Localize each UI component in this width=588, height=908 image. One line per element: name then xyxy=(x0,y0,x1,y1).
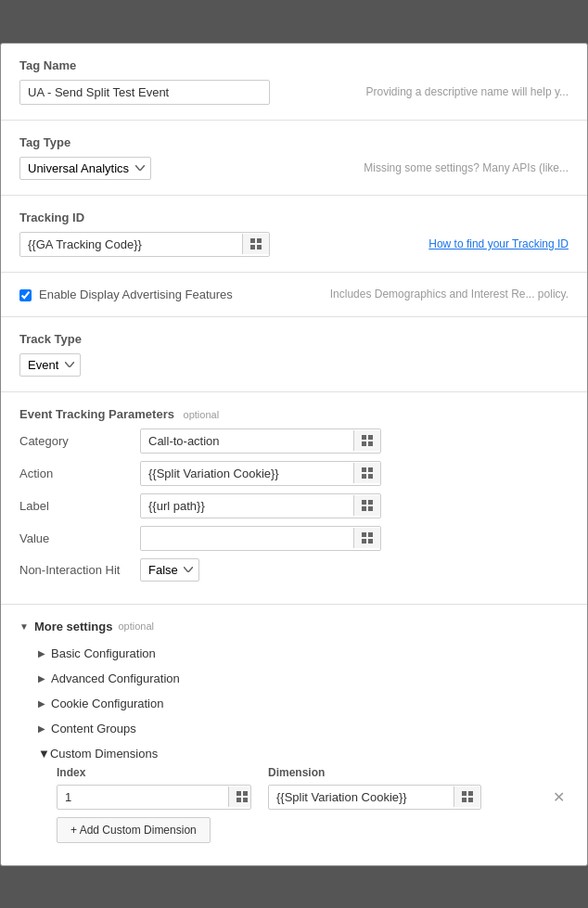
dim-index-input[interactable] xyxy=(58,786,228,809)
more-settings-header[interactable]: ▼ More settings optional xyxy=(19,616,569,637)
display-advertising-hint: Includes Demographics and Interest Re...… xyxy=(240,288,569,301)
content-groups-label: Content Groups xyxy=(51,722,136,735)
basic-config-chevron: ▶ xyxy=(38,648,45,659)
non-interaction-select[interactable]: False xyxy=(140,558,199,582)
event-label-row: Label xyxy=(19,493,569,518)
non-interaction-label: Non-Interaction Hit xyxy=(19,563,140,577)
basic-config-header[interactable]: ▶ Basic Configuration xyxy=(38,641,569,666)
svg-rect-6 xyxy=(362,441,366,446)
svg-rect-17 xyxy=(368,532,373,537)
tag-name-label: Tag Name xyxy=(19,58,569,72)
svg-rect-23 xyxy=(243,798,248,802)
svg-rect-2 xyxy=(250,245,255,249)
value-row: Value xyxy=(19,526,569,551)
action-label: Action xyxy=(19,467,140,480)
action-variable-btn[interactable] xyxy=(353,463,380,483)
svg-rect-0 xyxy=(250,238,255,243)
dim-delete-btn[interactable]: ✕ xyxy=(549,787,569,808)
svg-rect-9 xyxy=(368,467,373,472)
svg-rect-3 xyxy=(257,245,262,249)
event-tracking-label: Event Tracking Parameters optional xyxy=(19,407,569,421)
tracking-id-variable-btn[interactable] xyxy=(242,234,269,254)
action-input[interactable] xyxy=(141,462,353,485)
category-input[interactable] xyxy=(141,429,353,453)
tag-name-hint: Providing a descriptive name will help y… xyxy=(277,85,569,98)
value-label: Value xyxy=(19,531,140,545)
more-settings-label: More settings xyxy=(34,620,113,633)
tag-type-label: Tag Type xyxy=(19,135,569,149)
custom-dimensions-content: Index Dimension xyxy=(38,766,569,850)
track-type-section: Track Type Event xyxy=(1,317,587,392)
label-input[interactable] xyxy=(141,494,353,518)
svg-rect-24 xyxy=(462,791,467,796)
label-variable-btn[interactable] xyxy=(353,495,380,516)
tag-name-input[interactable] xyxy=(19,80,270,105)
svg-rect-15 xyxy=(368,506,373,511)
svg-rect-18 xyxy=(362,539,366,544)
category-row: Category xyxy=(19,428,569,454)
display-advertising-checkbox[interactable] xyxy=(19,289,32,301)
svg-rect-12 xyxy=(362,500,366,505)
dim-dimension-input[interactable] xyxy=(269,786,454,809)
dim-index-variable-btn[interactable] xyxy=(228,787,251,807)
svg-rect-4 xyxy=(362,435,366,440)
svg-rect-14 xyxy=(362,506,366,511)
add-custom-dimension-button[interactable]: + Add Custom Dimension xyxy=(57,817,211,843)
svg-rect-8 xyxy=(362,467,366,472)
tag-type-select[interactable]: Universal Analytics xyxy=(19,157,151,180)
action-row: Action xyxy=(19,461,569,486)
svg-rect-16 xyxy=(362,532,366,537)
svg-rect-20 xyxy=(236,791,241,796)
custom-dimensions-table-header: Index Dimension xyxy=(57,766,569,779)
more-settings-section: ▼ More settings optional ▶ Basic Configu… xyxy=(1,605,587,865)
svg-rect-11 xyxy=(368,474,373,479)
cookie-config-label: Cookie Configuration xyxy=(51,697,163,710)
custom-dimensions-label: Custom Dimensions xyxy=(50,747,158,761)
value-input[interactable] xyxy=(141,527,353,550)
content-groups-chevron: ▶ xyxy=(38,723,45,734)
content-groups-header[interactable]: ▶ Content Groups xyxy=(38,716,569,741)
svg-rect-7 xyxy=(368,441,373,446)
svg-rect-13 xyxy=(368,500,373,505)
value-variable-btn[interactable] xyxy=(353,528,380,548)
advanced-config-chevron: ▶ xyxy=(38,673,45,684)
track-type-label: Track Type xyxy=(19,332,569,346)
category-variable-btn[interactable] xyxy=(353,430,380,451)
custom-dimensions-header[interactable]: ▼ Custom Dimensions xyxy=(38,741,569,766)
custom-dimension-row: ✕ xyxy=(57,785,569,810)
custom-dimensions-chevron: ▼ xyxy=(38,747,50,761)
tracking-id-input[interactable] xyxy=(20,233,242,256)
tracking-id-label: Tracking ID xyxy=(19,211,569,224)
dim-col-index-header: Index xyxy=(57,766,261,779)
cookie-config-chevron: ▶ xyxy=(38,698,45,709)
dim-col-dimension-header: Dimension xyxy=(268,766,569,779)
svg-rect-1 xyxy=(257,238,262,243)
svg-rect-19 xyxy=(368,539,373,544)
custom-dimensions-container: ▼ Custom Dimensions Index Dimension xyxy=(38,741,569,850)
advanced-config-header[interactable]: ▶ Advanced Configuration xyxy=(38,666,569,691)
tracking-id-help-link[interactable]: How to find your Tracking ID xyxy=(277,237,569,250)
svg-rect-26 xyxy=(462,798,467,802)
svg-rect-22 xyxy=(236,798,241,802)
cookie-config-header[interactable]: ▶ Cookie Configuration xyxy=(38,691,569,716)
non-interaction-row: Non-Interaction Hit False xyxy=(19,558,569,582)
tag-name-section: Tag Name Providing a descriptive name wi… xyxy=(1,44,587,121)
tag-type-section: Tag Type Universal Analytics Missing som… xyxy=(1,121,587,196)
tracking-id-section: Tracking ID How to find your Tracking ID xyxy=(1,196,587,273)
more-settings-content: ▶ Basic Configuration ▶ Advanced Configu… xyxy=(19,637,569,854)
svg-rect-27 xyxy=(468,798,473,802)
tag-editor-window: Tag Name Providing a descriptive name wi… xyxy=(0,43,588,866)
svg-rect-5 xyxy=(368,435,373,440)
more-settings-chevron: ▼ xyxy=(19,621,29,632)
svg-rect-21 xyxy=(243,791,248,796)
advanced-config-label: Advanced Configuration xyxy=(51,671,180,685)
event-label-label: Label xyxy=(19,499,140,513)
svg-rect-10 xyxy=(362,474,366,479)
basic-config-label: Basic Configuration xyxy=(51,646,156,660)
svg-rect-25 xyxy=(468,791,473,796)
tag-type-hint: Missing some settings? Many APIs (like..… xyxy=(159,161,569,174)
track-type-select[interactable]: Event xyxy=(19,353,81,377)
display-advertising-section: Enable Display Advertising Features Incl… xyxy=(1,273,587,317)
dim-dimension-variable-btn[interactable] xyxy=(454,787,480,807)
display-advertising-label: Enable Display Advertising Features xyxy=(39,288,233,301)
